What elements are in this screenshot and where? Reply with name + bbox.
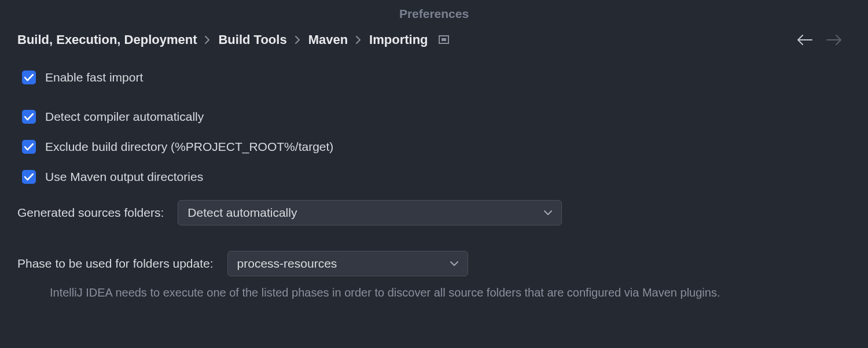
phase-value: process-resources xyxy=(237,257,337,271)
exclude-build-dir-label[interactable]: Exclude build directory (%PROJECT_ROOT%/… xyxy=(45,140,333,154)
window-title: Preferences xyxy=(0,0,868,32)
detect-compiler-row: Detect compiler automatically xyxy=(17,110,851,124)
generated-sources-select[interactable]: Detect automatically xyxy=(178,200,562,225)
nav-arrows xyxy=(797,35,851,45)
enable-fast-import-label[interactable]: Enable fast import xyxy=(45,71,143,84)
use-maven-output-row: Use Maven output directories xyxy=(17,170,851,184)
forward-arrow-icon xyxy=(826,35,841,45)
phase-label: Phase to be used for folders update: xyxy=(17,257,214,271)
check-icon xyxy=(24,143,34,151)
breadcrumb-item-importing[interactable]: Importing xyxy=(369,32,428,47)
generated-sources-label: Generated sources folders: xyxy=(17,206,164,220)
chevron-down-icon xyxy=(544,210,552,216)
chevron-down-icon xyxy=(450,261,458,266)
use-maven-output-checkbox[interactable] xyxy=(22,170,36,184)
use-maven-output-label[interactable]: Use Maven output directories xyxy=(45,170,203,184)
breadcrumb: Build, Execution, Deployment Build Tools… xyxy=(17,32,789,47)
reset-icon[interactable] xyxy=(439,35,449,45)
preferences-content: Enable fast import Detect compiler autom… xyxy=(0,71,868,301)
detect-compiler-label[interactable]: Detect compiler automatically xyxy=(45,110,204,124)
phase-help-text: IntelliJ IDEA needs to execute one of th… xyxy=(17,284,851,301)
chevron-right-icon xyxy=(205,36,210,44)
enable-fast-import-row: Enable fast import xyxy=(17,71,851,84)
chevron-right-icon xyxy=(295,36,300,44)
check-icon xyxy=(24,113,34,121)
generated-sources-value: Detect automatically xyxy=(187,206,297,220)
detect-compiler-checkbox[interactable] xyxy=(22,110,36,124)
breadcrumb-row: Build, Execution, Deployment Build Tools… xyxy=(0,32,868,71)
chevron-right-icon xyxy=(356,36,361,44)
breadcrumb-item-maven[interactable]: Maven xyxy=(308,32,348,47)
exclude-build-dir-row: Exclude build directory (%PROJECT_ROOT%/… xyxy=(17,140,851,154)
breadcrumb-item-build[interactable]: Build, Execution, Deployment xyxy=(17,32,197,47)
phase-row: Phase to be used for folders update: pro… xyxy=(17,251,851,276)
enable-fast-import-checkbox[interactable] xyxy=(22,71,36,84)
check-icon xyxy=(24,173,34,181)
svg-rect-1 xyxy=(442,38,446,41)
breadcrumb-item-build-tools[interactable]: Build Tools xyxy=(218,32,286,47)
exclude-build-dir-checkbox[interactable] xyxy=(22,140,36,154)
generated-sources-row: Generated sources folders: Detect automa… xyxy=(17,200,851,225)
phase-select[interactable]: process-resources xyxy=(227,251,468,276)
back-arrow-icon[interactable] xyxy=(797,35,812,45)
check-icon xyxy=(24,74,34,82)
